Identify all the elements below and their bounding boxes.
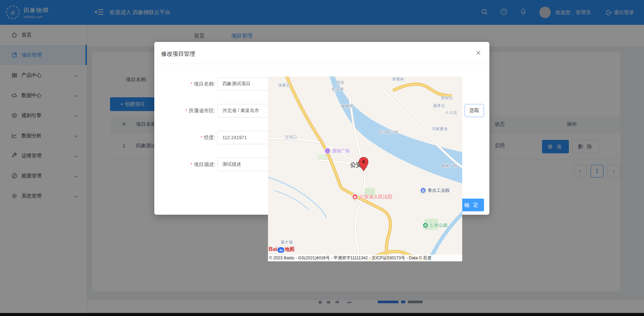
map-poi: ◉ 公安县人民法院 (352, 194, 392, 200)
poi-industry-icon: ▥ (420, 187, 426, 194)
map-place-label: 万河口 (285, 135, 297, 140)
field-label-longitude: *经度: (154, 131, 215, 144)
baidu-maps-logo: Bai du 地图 (269, 246, 294, 253)
baidu-paw-icon: du (278, 247, 284, 253)
map-place-label: 杨家厂镇 (441, 163, 457, 169)
map-place-label: 夏大堰 (281, 240, 293, 245)
modal-header-divider (154, 64, 489, 64)
map-location-pin[interactable] (359, 157, 369, 172)
baidu-map-canvas[interactable]: 张家台 同兴 窑头埠 张黄村 杨林岸 张何台 高李台 十八坑 马家寨乡 长江村六… (268, 76, 462, 261)
required-asterisk: * (185, 108, 187, 113)
modal-close-icon[interactable]: × (472, 47, 484, 59)
required-asterisk: * (201, 135, 203, 140)
required-asterisk: * (191, 161, 193, 167)
map-place-label: 张家台 (278, 83, 290, 88)
map-place-label: 同兴 (336, 80, 344, 86)
map-place-label: 杨林岸 (341, 103, 353, 109)
map-place-label: 张何台 (441, 95, 453, 101)
poi-court-icon: ◉ (352, 194, 358, 200)
map-place-label: 十八坑 (445, 110, 457, 116)
map-place-label: 高李台 (433, 103, 445, 109)
map-place-label: 张黄村 (392, 76, 404, 82)
edit-project-modal: 修改项目管理 × *项目名称: *所属省市区: *经度: *项目描述: 选取 确… (154, 42, 489, 215)
field-label-project-name: *项目名称: (154, 77, 215, 91)
map-poi: ♨ 孱陵广场 (324, 148, 350, 154)
modal-title: 修改项目管理 (161, 50, 195, 58)
poi-park-icon: ❀ (422, 222, 429, 228)
app-root: ◎ 四象物聯 sxlinks.com 欢迎进入 四象物联云平台 ? (0, 0, 644, 316)
map-place-label: 窑头埠 (332, 87, 344, 92)
field-label-region: *所属省市区: (154, 104, 215, 117)
map-poi: ❀ 仁和公园 (422, 222, 447, 228)
map-place-label: 马家寨乡 (432, 126, 448, 132)
pick-location-button[interactable]: 选取 (465, 104, 484, 117)
field-label-description: *项目描述: (154, 158, 215, 171)
required-asterisk: * (191, 81, 193, 87)
map-poi: ▥ 青吉工业园 (420, 187, 449, 194)
map-attribution: © 2023 Baidu - GS(2021)6026号 - 甲测资字11111… (268, 255, 462, 261)
map-place-label: 长江村六组 (378, 129, 398, 135)
poi-square-icon: ♨ (324, 148, 331, 154)
confirm-button[interactable]: 确 定 (460, 199, 484, 211)
